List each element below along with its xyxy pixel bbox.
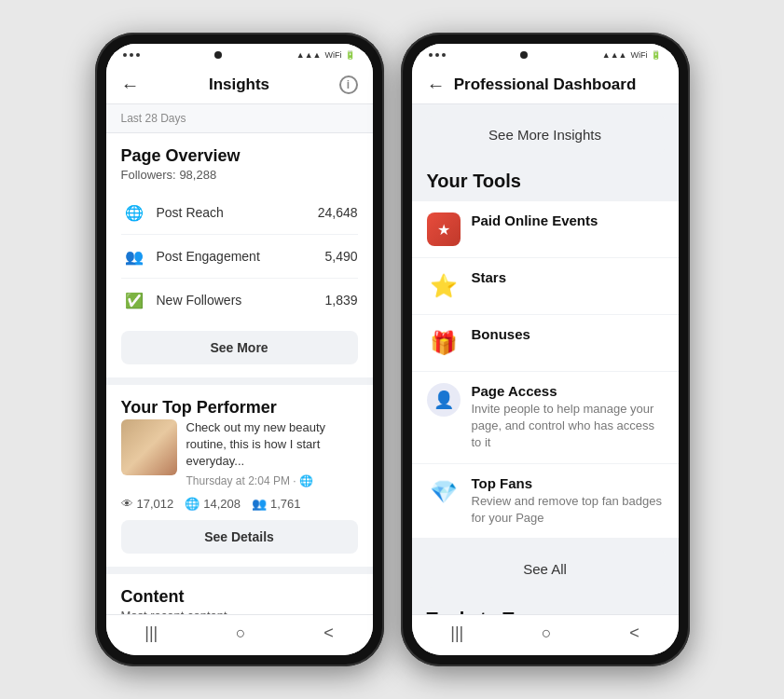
top-performer-title: Your Top Performer: [121, 398, 358, 418]
bottom-nav-home[interactable]: ○: [236, 624, 246, 643]
post-reach-label: Post Reach: [157, 205, 318, 220]
signal-icon: ▲▲▲: [296, 50, 322, 60]
bottom-nav-2-back[interactable]: <: [629, 624, 640, 643]
bottom-nav-back[interactable]: <: [323, 624, 334, 643]
paid-events-icon: ★: [427, 212, 461, 246]
page-access-name: Page Access: [472, 383, 664, 399]
new-followers-label: New Followers: [157, 293, 325, 308]
post-engagement-label: Post Engagement: [157, 249, 325, 264]
page-overview-section: Page Overview Followers: 98,288 🌐 Post R…: [106, 133, 373, 377]
dashboard-screen: See More Insights Your Tools ★ Paid Onli…: [412, 104, 679, 614]
paid-events-text: Paid Online Events: [472, 212, 664, 230]
top-fans-name: Top Fans: [472, 475, 664, 491]
top-performer-section: Your Top Performer Check out my new beau…: [106, 385, 373, 567]
performer-row: Check out my new beauty routine, this is…: [121, 419, 358, 487]
perf-reach: 🌐 14,208: [185, 497, 241, 511]
bonuses-text: Bonuses: [472, 326, 664, 344]
period-bar: Last 28 Days: [106, 104, 373, 133]
back-button[interactable]: ←: [121, 75, 140, 96]
battery-icon: 🔋: [345, 50, 355, 60]
your-tools-title: Your Tools: [412, 165, 679, 201]
status-bar-2: ▲▲▲ WiFi 🔋: [412, 44, 679, 66]
tools-to-try-title: Tools to Try: [412, 599, 679, 614]
check-icon-followers: ✅: [121, 287, 147, 313]
see-all-button[interactable]: See All: [425, 550, 666, 588]
tool-paid-events[interactable]: ★ Paid Online Events: [412, 201, 679, 258]
new-followers-value: 1,839: [324, 293, 357, 308]
see-details-button[interactable]: See Details: [121, 520, 358, 554]
page-overview-title: Page Overview: [121, 146, 358, 166]
eye-icon: 👁: [121, 497, 133, 511]
dashboard-nav-bar: ← Professional Dashboard: [412, 66, 679, 104]
content-section: Content Most recent content: [106, 574, 373, 614]
phone-insights: ▲▲▲ WiFi 🔋 ← Insights i Last 28 Days: [95, 33, 384, 666]
performer-thumbnail: [121, 419, 177, 475]
people-icon-perf: 👥: [252, 497, 267, 511]
bottom-nav-2-home[interactable]: ○: [542, 624, 552, 643]
paid-events-name: Paid Online Events: [472, 212, 664, 228]
top-fans-desc: Review and remove top fan badges for you…: [472, 493, 664, 527]
stars-icon: ⭐: [427, 269, 461, 303]
tools-to-try-section: Tools to Try: [412, 599, 679, 614]
perf-people-value: 1,761: [270, 497, 301, 511]
bottom-nav-recent[interactable]: |||: [144, 624, 158, 643]
tool-stars[interactable]: ⭐ Stars: [412, 258, 679, 315]
signal-icon-2: ▲▲▲: [602, 50, 627, 60]
post-reach-row: 🌐 Post Reach 24,648: [121, 191, 358, 235]
stars-name: Stars: [472, 269, 664, 285]
tool-bonuses[interactable]: 🎁 Bonuses: [412, 315, 679, 372]
insights-nav-bar: ← Insights i: [106, 66, 373, 104]
dashboard-back-button[interactable]: ←: [427, 75, 446, 96]
bottom-nav-2: ||| ○ <: [412, 614, 679, 655]
period-label: Last 28 Days: [121, 112, 186, 125]
content-title: Content: [121, 587, 358, 607]
performer-info: Check out my new beauty routine, this is…: [186, 419, 358, 487]
battery-icon-2: 🔋: [651, 50, 661, 60]
post-reach-value: 24,648: [318, 205, 358, 220]
see-more-insights-button[interactable]: See More Insights: [425, 116, 666, 154]
perf-reach-value: 14,208: [203, 497, 241, 511]
performer-time: Thursday at 2:04 PM · 🌐: [186, 474, 358, 487]
bottom-nav-2-recent[interactable]: |||: [450, 624, 463, 643]
new-followers-row: ✅ New Followers 1,839: [121, 279, 358, 322]
your-tools-section: Your Tools ★ Paid Online Events ⭐: [412, 165, 679, 539]
post-engagement-value: 5,490: [324, 249, 357, 264]
bonuses-name: Bonuses: [472, 326, 664, 342]
see-more-button[interactable]: See More: [121, 331, 358, 364]
post-engagement-row: 👥 Post Engagement 5,490: [121, 235, 358, 279]
bottom-nav-1: ||| ○ <: [106, 614, 373, 655]
performer-stats: 👁 17,012 🌐 14,208 👥 1,761: [121, 497, 358, 511]
page-access-icon: 👤: [427, 383, 461, 417]
insights-screen: Last 28 Days Page Overview Followers: 98…: [106, 104, 373, 614]
globe-icon-perf: 🌐: [185, 497, 199, 511]
top-fans-text: Top Fans Review and remove top fan badge…: [472, 475, 664, 527]
tool-page-access[interactable]: 👤 Page Access Invite people to help mana…: [412, 372, 679, 464]
perf-people: 👥 1,761: [252, 497, 301, 511]
tool-top-fans[interactable]: 💎 Top Fans Review and remove top fan bad…: [412, 464, 679, 539]
followers-label: Followers: 98,288: [121, 168, 358, 182]
page-access-text: Page Access Invite people to help manage…: [472, 383, 664, 452]
globe-icon-reach: 🌐: [121, 199, 147, 226]
page-access-desc: Invite people to help manage your page, …: [472, 401, 664, 452]
front-camera-2: [520, 51, 528, 59]
wifi-icon: WiFi: [324, 50, 341, 60]
front-camera-1: [214, 51, 222, 59]
top-fans-icon: 💎: [427, 475, 461, 509]
info-button[interactable]: i: [339, 75, 358, 94]
phone-professional-dashboard: ▲▲▲ WiFi 🔋 ← Professional Dashboard See …: [401, 33, 690, 666]
perf-views: 👁 17,012: [121, 497, 174, 511]
people-icon-engagement: 👥: [121, 243, 147, 269]
performer-text: Check out my new beauty routine, this is…: [186, 419, 358, 471]
dashboard-title: Professional Dashboard: [454, 75, 637, 94]
stars-text: Stars: [472, 269, 664, 287]
perf-views-value: 17,012: [137, 497, 174, 511]
insights-title: Insights: [209, 75, 269, 94]
bonuses-icon: 🎁: [427, 326, 461, 360]
status-bar-1: ▲▲▲ WiFi 🔋: [106, 44, 373, 66]
wifi-icon-2: WiFi: [630, 50, 647, 60]
